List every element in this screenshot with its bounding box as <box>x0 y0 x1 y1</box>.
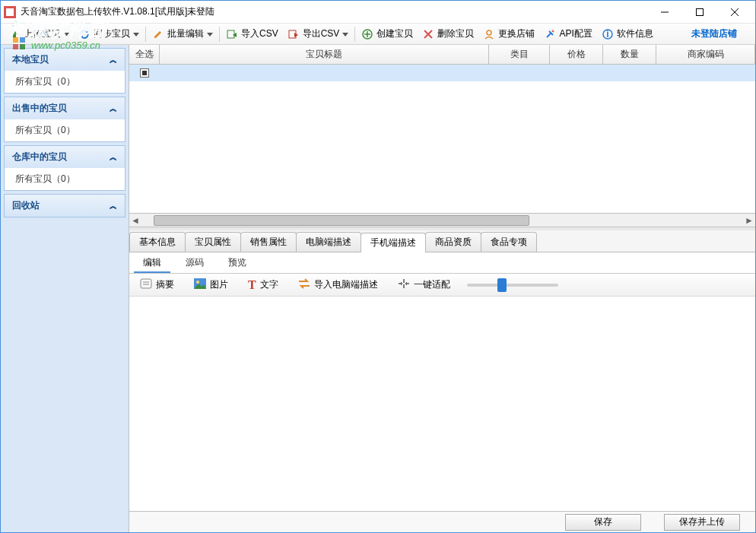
text-label: 文字 <box>260 278 278 291</box>
col-header-title[interactable]: 宝贝标题 <box>160 45 489 64</box>
import-pc-desc-button[interactable]: 导入电脑端描述 <box>295 277 381 293</box>
delete-button[interactable]: 删除宝贝 <box>418 25 478 43</box>
grid-body[interactable] <box>129 65 755 213</box>
minimize-button[interactable] <box>647 1 682 24</box>
sidebar-panel-stock: 仓库中的宝贝︽ 所有宝贝（0） <box>4 145 125 191</box>
tools-icon <box>544 28 556 40</box>
dropdown-icon <box>342 31 348 37</box>
zoom-slider[interactable] <box>467 284 558 287</box>
svg-point-16 <box>196 281 199 284</box>
col-header-price[interactable]: 价格 <box>550 45 603 64</box>
sidebar-item-all-local[interactable]: 所有宝贝（0） <box>5 71 125 93</box>
summary-button[interactable]: 摘要 <box>137 277 177 293</box>
sidebar-header-selling[interactable]: 出售中的宝贝︽ <box>5 97 125 119</box>
switch-shop-label: 更换店铺 <box>498 27 535 40</box>
scroll-thumb[interactable] <box>154 215 529 226</box>
tab-pc-desc[interactable]: 电脑端描述 <box>296 232 361 252</box>
soft-info-button[interactable]: i软件信息 <box>597 25 658 43</box>
sidebar-header-stock[interactable]: 仓库中的宝贝︽ <box>5 146 125 168</box>
delete-icon <box>422 28 434 40</box>
save-upload-button[interactable]: 保存并上传 <box>664 514 740 531</box>
tab-sale-attrs[interactable]: 销售属性 <box>240 232 297 252</box>
summary-icon <box>140 278 152 291</box>
api-config-button[interactable]: API配置 <box>539 25 596 43</box>
export-csv-button[interactable]: 导出CSV <box>283 25 354 43</box>
col-header-code[interactable]: 商家编码 <box>656 45 755 64</box>
tab-item-attrs[interactable]: 宝贝属性 <box>185 232 241 252</box>
checkall-label: 全选 <box>135 48 154 61</box>
scroll-right-arrow[interactable]: ► <box>743 215 755 226</box>
horizontal-scrollbar[interactable]: ◄ ► <box>129 213 755 227</box>
subtab-edit[interactable]: 编辑 <box>134 254 170 273</box>
tab-mobile-desc[interactable]: 手机端描述 <box>361 233 426 252</box>
text-icon: T <box>248 278 256 292</box>
main-toolbar: 上传宝贝 同步宝贝 批量编辑 导入CSV 导出CSV 创建宝贝 删除宝贝 更换店… <box>1 24 755 45</box>
dropdown-icon <box>133 31 139 37</box>
dropdown-icon <box>207 31 213 37</box>
editor-toolbar: 摘要 图片 T文字 导入电脑端描述 一键适配 <box>129 274 755 297</box>
edit-icon <box>152 28 164 40</box>
sidebar-header-recycle[interactable]: 回收站︽ <box>5 195 125 217</box>
soft-info-label: 软件信息 <box>617 27 653 40</box>
col-header-qty[interactable]: 数量 <box>603 45 656 64</box>
sidebar-item-all-stock[interactable]: 所有宝贝（0） <box>5 168 125 190</box>
switch-shop-button[interactable]: 更换店铺 <box>478 25 539 43</box>
sidebar-panel-selling: 出售中的宝贝︽ 所有宝贝（0） <box>4 97 125 142</box>
tab-basic-info[interactable]: 基本信息 <box>129 232 186 252</box>
import-csv-label: 导入CSV <box>241 27 278 40</box>
col-header-category[interactable]: 类目 <box>489 45 550 64</box>
sync-button[interactable]: 同步宝贝 <box>74 25 144 43</box>
import-icon <box>226 28 238 40</box>
sync-icon <box>78 28 91 40</box>
app-icon <box>4 6 16 18</box>
tab-food[interactable]: 食品专项 <box>481 232 537 252</box>
maximize-button[interactable] <box>682 1 717 24</box>
row-checkbox[interactable] <box>140 68 149 78</box>
create-label: 创建宝贝 <box>376 27 413 40</box>
product-grid: 全选 宝贝标题 类目 价格 数量 商家编码 ◄ ► <box>129 45 755 227</box>
sidebar-title-local: 本地宝贝 <box>12 53 49 66</box>
export-csv-label: 导出CSV <box>303 27 340 40</box>
window-title: 天音淘宝数据包上传软件.V1.08.1[试用版]未登陆 <box>21 5 647 18</box>
main-area: 全选 宝贝标题 类目 价格 数量 商家编码 ◄ ► 基本信息 <box>129 45 755 532</box>
autofit-button[interactable]: 一键适配 <box>395 277 453 293</box>
batch-edit-label: 批量编辑 <box>167 27 204 40</box>
subtab-source[interactable]: 源码 <box>176 254 213 273</box>
chevron-up-icon: ︽ <box>110 201 117 211</box>
close-button[interactable] <box>717 1 752 24</box>
upload-label: 上传宝贝 <box>24 27 60 40</box>
editor-canvas[interactable] <box>129 297 755 511</box>
image-button[interactable]: 图片 <box>191 277 231 293</box>
sidebar-title-recycle: 回收站 <box>12 199 40 212</box>
dropdown-icon <box>63 31 69 37</box>
sidebar-item-all-selling[interactable]: 所有宝贝（0） <box>5 119 125 141</box>
upload-button[interactable]: 上传宝贝 <box>4 25 74 43</box>
col-header-checkall[interactable]: 全选 <box>129 45 160 64</box>
sidebar: 本地宝贝︽ 所有宝贝（0） 出售中的宝贝︽ 所有宝贝（0） 仓库中的宝贝︽ 所有… <box>1 45 129 532</box>
scroll-left-arrow[interactable]: ◄ <box>129 215 141 226</box>
sync-label: 同步宝贝 <box>94 27 130 40</box>
subtab-preview[interactable]: 预览 <box>219 254 256 273</box>
sidebar-panel-local: 本地宝贝︽ 所有宝贝（0） <box>4 48 125 94</box>
save-button[interactable]: 保存 <box>565 514 641 531</box>
delete-label: 删除宝贝 <box>437 27 474 40</box>
chevron-up-icon: ︽ <box>110 152 117 163</box>
footer-bar: 保存 保存并上传 <box>129 511 755 532</box>
tab-quality[interactable]: 商品资质 <box>425 232 481 252</box>
chevron-up-icon: ︽ <box>110 103 117 114</box>
info-icon: i <box>602 28 614 40</box>
create-button[interactable]: 创建宝贝 <box>357 25 418 43</box>
svg-rect-12 <box>141 279 151 288</box>
batch-edit-button[interactable]: 批量编辑 <box>148 25 218 43</box>
login-status: 未登陆店铺 <box>691 27 737 40</box>
slider-knob[interactable] <box>497 278 507 292</box>
import-csv-button[interactable]: 导入CSV <box>221 25 283 43</box>
text-button[interactable]: T文字 <box>245 277 281 293</box>
svg-point-9 <box>487 30 491 35</box>
grid-row[interactable] <box>129 65 755 81</box>
swap-icon <box>298 278 310 291</box>
sidebar-header-local[interactable]: 本地宝贝︽ <box>5 49 125 71</box>
import-pc-label: 导入电脑端描述 <box>314 278 378 291</box>
plus-icon <box>361 28 373 40</box>
grid-header-row: 全选 宝贝标题 类目 价格 数量 商家编码 <box>129 45 755 65</box>
